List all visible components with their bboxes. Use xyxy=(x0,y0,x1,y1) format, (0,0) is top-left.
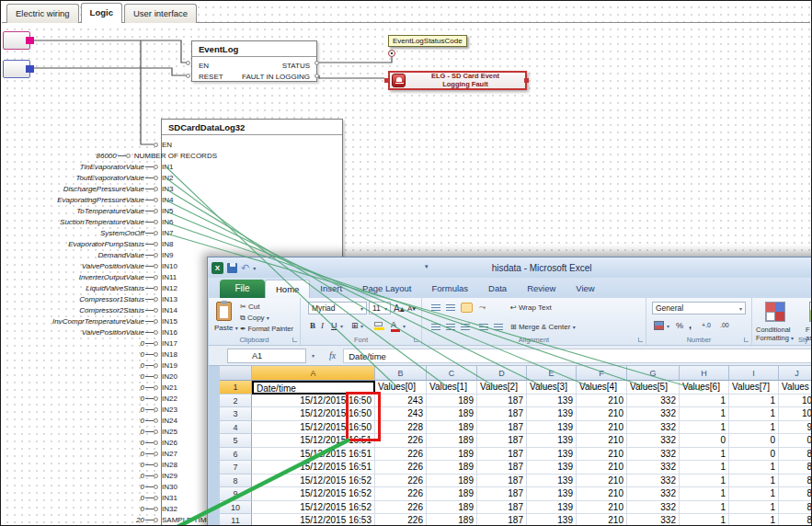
underline-dropdown-icon[interactable]: ▾ xyxy=(340,323,343,329)
font-color-icon[interactable]: A xyxy=(391,320,400,332)
save-icon[interactable] xyxy=(227,263,237,273)
input-pin[interactable] xyxy=(154,176,158,180)
value-cell[interactable]: 187 xyxy=(477,448,527,462)
align-middle-icon[interactable] xyxy=(446,304,455,312)
input-source-label[interactable]: ToTemperatureValue xyxy=(1,207,144,215)
conditional-formatting-label[interactable]: Conditional Formatting ▾ xyxy=(756,326,794,342)
input-pin[interactable] xyxy=(154,275,158,280)
column-header-D[interactable]: D xyxy=(477,366,527,381)
column-header-C[interactable]: C xyxy=(427,366,477,381)
value-cell[interactable]: 332 xyxy=(627,461,680,475)
column-header-A[interactable]: A xyxy=(252,366,375,381)
input-source-block-2[interactable] xyxy=(3,60,30,78)
value-cell[interactable]: 139 xyxy=(527,501,577,515)
eventlog-en-pin[interactable] xyxy=(186,61,190,65)
eventlog-status-code-label[interactable]: EventLogStatusCode xyxy=(388,35,467,47)
value-cell[interactable]: 139 xyxy=(527,461,577,475)
value-cell[interactable]: 1 xyxy=(680,487,729,501)
output-pin[interactable] xyxy=(26,37,34,44)
value-cell[interactable]: 1 xyxy=(680,514,729,526)
header-cell[interactable]: Values xyxy=(779,381,812,394)
value-cell[interactable]: 187 xyxy=(477,487,527,501)
value-cell[interactable]: 0 xyxy=(779,434,812,448)
input-pin[interactable] xyxy=(154,264,158,269)
value-cell[interactable]: 210 xyxy=(577,394,627,408)
value-cell[interactable]: 1 xyxy=(680,394,729,408)
value-cell[interactable]: 1 xyxy=(680,421,729,435)
align-left-icon[interactable] xyxy=(431,324,440,331)
input-source-label[interactable]: SuctionTemperatureValue xyxy=(1,218,144,226)
value-cell[interactable]: 332 xyxy=(627,501,680,515)
value-cell[interactable]: 0 xyxy=(729,448,779,462)
status-wire-connector-icon[interactable] xyxy=(388,50,395,57)
value-cell[interactable]: 139 xyxy=(527,487,577,501)
value-cell[interactable]: 1 xyxy=(729,475,779,488)
copy-button[interactable]: ⧉ Copy ▾ xyxy=(240,314,269,323)
comma-style-icon[interactable]: , xyxy=(689,319,692,330)
value-cell[interactable]: 1 xyxy=(729,407,779,421)
header-cell[interactable]: Values[7] xyxy=(729,381,779,394)
input-source-label[interactable]: 0 xyxy=(1,372,144,381)
eventlog-block[interactable]: EventLog EN RESET STATUS FAULT IN LOGGIN… xyxy=(191,40,317,82)
input-source-label[interactable]: TinEvaporatorValue xyxy=(1,163,144,171)
format-painter-button[interactable]: ✒ Format Painter xyxy=(240,325,293,333)
value-cell[interactable]: 8 xyxy=(779,487,812,501)
conditional-formatting-icon[interactable] xyxy=(765,302,785,322)
date-cell[interactable]: 15/12/2015 16:51 xyxy=(252,448,375,462)
input-pin[interactable] xyxy=(154,474,158,478)
decrease-indent-icon[interactable] xyxy=(479,324,488,331)
date-cell[interactable]: 15/12/2015 16:52 xyxy=(252,501,375,515)
input-pin[interactable] xyxy=(154,242,158,246)
value-cell[interactable]: 189 xyxy=(427,461,477,475)
wrap-text-button[interactable]: ↩ Wrap Text xyxy=(510,303,552,312)
header-cell[interactable]: Values[2] xyxy=(477,381,527,394)
column-header-F[interactable]: F xyxy=(577,366,627,381)
cut-button[interactable]: ✂ Cut xyxy=(240,303,259,311)
value-cell[interactable]: 210 xyxy=(577,434,627,448)
input-source-label[interactable]: 0 xyxy=(1,461,144,469)
value-cell[interactable]: 332 xyxy=(627,475,680,488)
value-cell[interactable]: 226 xyxy=(375,501,427,515)
input-source-label[interactable]: InverterOutputValue xyxy=(1,273,144,281)
header-cell[interactable]: Values[6] xyxy=(680,381,729,394)
row-header-7[interactable]: 7 xyxy=(220,461,252,475)
value-cell[interactable]: 1 xyxy=(680,448,729,462)
value-cell[interactable]: 210 xyxy=(577,487,627,501)
qat-customize-arrow-icon[interactable]: ▾ xyxy=(425,263,429,270)
font-color-dropdown-icon[interactable]: ▾ xyxy=(403,323,406,329)
input-pin[interactable] xyxy=(154,253,158,257)
input-source-label[interactable]: 0 xyxy=(1,428,144,436)
accounting-format-icon[interactable] xyxy=(654,321,664,330)
value-cell[interactable]: 139 xyxy=(527,514,577,526)
header-cell[interactable]: Values[0] xyxy=(375,381,427,394)
row-header-3[interactable]: 3 xyxy=(220,407,252,421)
input-source-label[interactable]: 20 xyxy=(1,516,144,524)
ribbon-tab-view[interactable]: View xyxy=(566,280,604,298)
value-cell[interactable]: 10 xyxy=(779,407,812,421)
ribbon-tab-home[interactable]: Home xyxy=(265,280,310,298)
input-source-label[interactable]: ToutEvaporatorValue xyxy=(1,174,144,182)
input-pin[interactable] xyxy=(154,231,158,235)
header-cell[interactable]: Values[1] xyxy=(427,381,477,394)
value-cell[interactable]: 332 xyxy=(627,434,680,448)
value-cell[interactable]: 189 xyxy=(427,448,477,462)
value-cell[interactable]: 332 xyxy=(627,394,680,408)
input-source-label[interactable]: 0 xyxy=(1,406,144,414)
value-cell[interactable]: 8 xyxy=(779,514,812,526)
percent-style-icon[interactable]: % xyxy=(676,321,683,330)
input-source-label[interactable]: 0 xyxy=(1,339,144,348)
column-header-B[interactable]: B xyxy=(375,366,427,381)
input-pin[interactable] xyxy=(154,187,158,191)
value-cell[interactable]: 1 xyxy=(729,421,779,435)
undo-icon[interactable]: ↶ xyxy=(241,263,249,273)
value-cell[interactable]: 187 xyxy=(477,514,527,526)
output-pin[interactable] xyxy=(26,65,34,73)
value-cell[interactable]: 189 xyxy=(427,407,477,421)
value-cell[interactable]: 187 xyxy=(477,475,527,488)
input-source-label[interactable]: 0 xyxy=(1,472,144,480)
value-cell[interactable]: 139 xyxy=(527,421,577,435)
value-cell[interactable]: 9 xyxy=(779,421,812,435)
font-size-select[interactable]: 11▾ xyxy=(369,302,391,314)
value-cell[interactable]: 1 xyxy=(680,407,729,421)
value-cell[interactable]: 226 xyxy=(375,514,427,526)
